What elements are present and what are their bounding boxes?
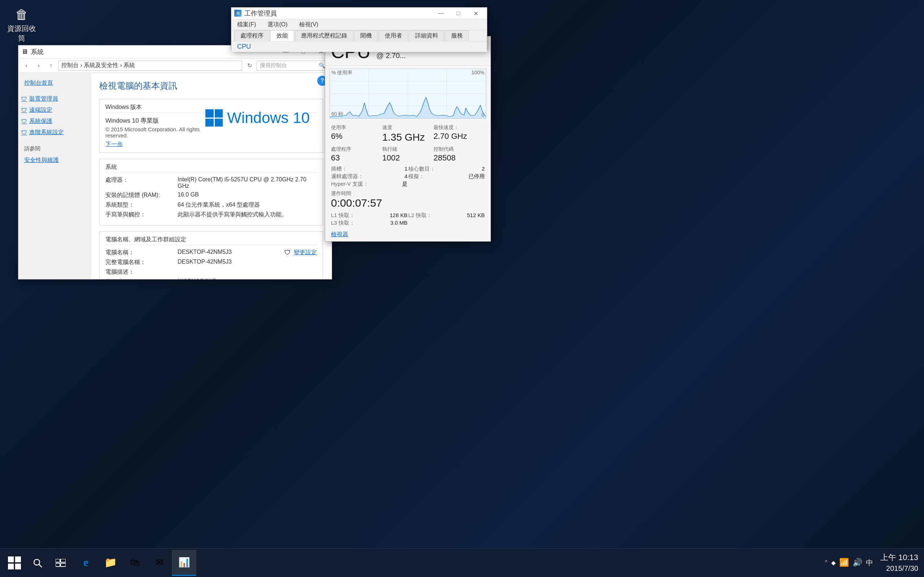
change-settings-button[interactable]: 變更設定 xyxy=(294,249,317,256)
stat-slots: 插槽： 1 xyxy=(331,166,407,172)
tray-time: 上午 10:13 xyxy=(880,552,918,563)
computer-name-fields: 電腦名稱： DESKTOP-42NM5J3 完整電腦名稱： DESKTOP-42… xyxy=(105,249,277,279)
system-sidebar: 控制台首頁 🛡 裝置管理員 🛡 遠端設定 🛡 系統保護 xyxy=(18,73,90,279)
search-placeholder: 搜尋控制台 xyxy=(260,62,287,69)
stat-usage-label: 使用率 xyxy=(331,124,382,131)
stat-max-speed-label: 最快速度： xyxy=(433,124,485,131)
recycle-bin-image: 🗑 xyxy=(15,7,28,23)
sidebar-item-protection[interactable]: 🛡 系統保護 xyxy=(21,116,87,127)
windows-version-section: Windows 版本 Windows 10 專業版 © 2015 Microso… xyxy=(99,99,323,153)
system-info-section: 系統 處理器： Intel(R) Core(TM) i5-5257U CPU @… xyxy=(99,159,323,226)
tab-users[interactable]: 使用者 xyxy=(379,30,408,41)
tab-performance[interactable]: 效能 xyxy=(270,30,294,42)
sidebar-item-advanced[interactable]: 🛡 進階系統設定 xyxy=(21,127,87,138)
cpu-right-stats: 插槽： 1 核心數目： 2 邏輯處理器： 4 模擬： 已停用 Hyper-V 支… xyxy=(325,164,491,189)
system-address-bar: ‹ › ↑ 控制台 › 系統及安全性 › 系統 ↻ 搜尋控制台 🔍 xyxy=(18,58,332,73)
nav-back-button[interactable]: ‹ xyxy=(21,61,31,71)
computer-name-section: 電腦名稱、網域及工作群組設定 電腦名稱： DESKTOP-42NM5J3 完整電… xyxy=(99,231,323,279)
cores-value: 2 xyxy=(482,166,485,172)
sidebar-item-security[interactable]: 安全性與維護 xyxy=(24,154,84,166)
taskmanager-maximize-button[interactable]: □ xyxy=(450,8,467,19)
tray-arrow-icon[interactable]: ^ xyxy=(825,559,828,566)
taskbar-search-button[interactable] xyxy=(26,551,49,574)
tab-processes[interactable]: 處理程序 xyxy=(234,30,270,41)
cpu-chart-area: % 使用率 100% 0 60 秒 xyxy=(330,69,486,119)
taskmanager-minimize-button[interactable]: — xyxy=(433,8,449,19)
viewer-button[interactable]: 檢視器 xyxy=(325,228,491,241)
stat-speed-value: 1.35 GHz xyxy=(382,132,433,143)
l1-value: 128 KB xyxy=(390,212,407,219)
tray-date: 2015/7/30 xyxy=(880,563,918,574)
l2-label: L2 快取： xyxy=(408,212,432,219)
description-row: 電腦描述： xyxy=(105,268,277,276)
cpu-small-label: CPU xyxy=(231,41,487,52)
taskmanager-menu-file[interactable]: 檔案(F) xyxy=(234,19,259,30)
tab-app-history[interactable]: 應用程式歷程記錄 xyxy=(295,30,353,41)
stat-hyperv: Hyper-V 支援： 是 xyxy=(331,181,407,187)
pen-value: 此顯示器不提供手寫筆與觸控式輸入功能。 xyxy=(178,211,287,219)
ram-label: 安裝的記憶體 (RAM): xyxy=(105,192,178,199)
slots-value: 1 xyxy=(405,166,407,172)
sidebar-item-home[interactable]: 控制台首頁 xyxy=(18,77,90,89)
nav-forward-button[interactable]: › xyxy=(34,61,44,71)
stat-threads-value: 1002 xyxy=(382,153,433,163)
start-button[interactable] xyxy=(3,551,26,574)
stat-cores: 核心數目： 2 xyxy=(408,166,485,172)
full-name-label: 完整電腦名稱： xyxy=(105,259,178,266)
hyperv-label: Hyper-V 支援： xyxy=(331,181,368,187)
system-window-icon: 🖥 xyxy=(21,48,28,56)
taskbar-app-store[interactable]: 🛍 xyxy=(123,550,147,576)
computer-name-content: 電腦名稱： DESKTOP-42NM5J3 完整電腦名稱： DESKTOP-42… xyxy=(105,249,317,279)
l2-value: 512 KB xyxy=(467,212,485,219)
sidebar-device-manager-label: 裝置管理員 xyxy=(29,95,58,103)
taskbar-app-explorer[interactable]: 📁 xyxy=(98,550,123,576)
tray-clock[interactable]: 上午 10:13 2015/7/30 xyxy=(880,552,918,574)
taskbar-taskview-button[interactable] xyxy=(49,551,72,574)
control-panel-search[interactable]: 搜尋控制台 🔍 xyxy=(257,61,329,71)
l3-label: L3 快取： xyxy=(331,220,355,226)
tab-details[interactable]: 詳細資料 xyxy=(409,30,444,41)
nav-up-button[interactable]: ↑ xyxy=(46,61,56,71)
recycle-bin-icon[interactable]: 🗑 資源回收筒 xyxy=(7,7,36,43)
sidebar-protection-label: 系統保護 xyxy=(29,118,52,125)
system-main-content: ? 檢視電腦的基本資訊 Windows 版本 Windows 10 專業版 © … xyxy=(90,73,332,279)
tab-services[interactable]: 服務 xyxy=(445,30,469,41)
sidebar-item-device-manager[interactable]: 🛡 裝置管理員 xyxy=(21,93,87,105)
windows-version-text: Windows 10 專業版 © 2015 Microsoft Corporat… xyxy=(105,116,205,148)
workgroup-value: WORKGROUP xyxy=(178,278,216,279)
sidebar-item-remote[interactable]: 🛡 遠端設定 xyxy=(21,105,87,116)
stat-max-speed-value: 2.70 GHz xyxy=(433,132,485,141)
stat-speed: 速度 1.35 GHz xyxy=(382,124,433,143)
taskbar-app-mail[interactable]: ✉ xyxy=(147,550,172,576)
cpu-performance-panel: CPU Intel(R) Core(TM) i5-5257U CPU @ 2.7… xyxy=(325,36,491,242)
svg-line-12 xyxy=(39,564,42,567)
breadcrumb[interactable]: 控制台 › 系統及安全性 › 系統 xyxy=(58,61,242,71)
tray-network-icon[interactable]: 📶 xyxy=(839,558,849,567)
search-icon xyxy=(32,558,43,568)
system-section-title: 系統 xyxy=(105,163,317,173)
tab-startup[interactable]: 開機 xyxy=(354,30,378,41)
processor-value: Intel(R) Core(TM) i5-5257U CPU @ 2.70GHz… xyxy=(178,176,317,189)
tray-diamond-icon[interactable]: ◆ xyxy=(831,559,835,566)
nav-refresh-button[interactable]: ↻ xyxy=(244,61,254,71)
taskmanager-close-button[interactable]: ✕ xyxy=(467,8,484,19)
stat-processes-value: 63 xyxy=(331,153,382,163)
full-name-row: 完整電腦名稱： DESKTOP-42NM5J3 xyxy=(105,259,277,266)
l1-cache-row: L1 快取： 128 KB xyxy=(331,212,407,219)
tray-volume-icon[interactable]: 🔊 xyxy=(853,558,862,567)
taskmanager-menu-view[interactable]: 檢視(V) xyxy=(296,19,321,30)
cpu-uptime-section: 運作時間 0:00:07:57 xyxy=(325,189,491,211)
stat-handles: 控制代碼 28508 xyxy=(433,146,485,163)
system-window-body: 控制台首頁 🛡 裝置管理員 🛡 遠端設定 🛡 系統保護 xyxy=(18,73,332,279)
windows-flag-icon xyxy=(205,109,223,127)
taskbar-app-edge[interactable]: e xyxy=(74,550,98,576)
tray-ime-icon[interactable]: 中 xyxy=(866,558,873,567)
taskbar-app-taskmanager[interactable]: 📊 xyxy=(172,550,196,576)
logical-label: 邏輯處理器： xyxy=(331,173,363,180)
windows-copyright: © 2015 Microsoft Corporation. All rights… xyxy=(105,126,205,139)
windows-next-link[interactable]: 下一步 xyxy=(105,141,205,148)
svg-rect-14 xyxy=(61,559,66,562)
processor-row: 處理器： Intel(R) Core(TM) i5-5257U CPU @ 2.… xyxy=(105,176,317,189)
cores-label: 核心數目： xyxy=(408,166,435,172)
taskmanager-menu-options[interactable]: 選項(O) xyxy=(265,19,290,30)
